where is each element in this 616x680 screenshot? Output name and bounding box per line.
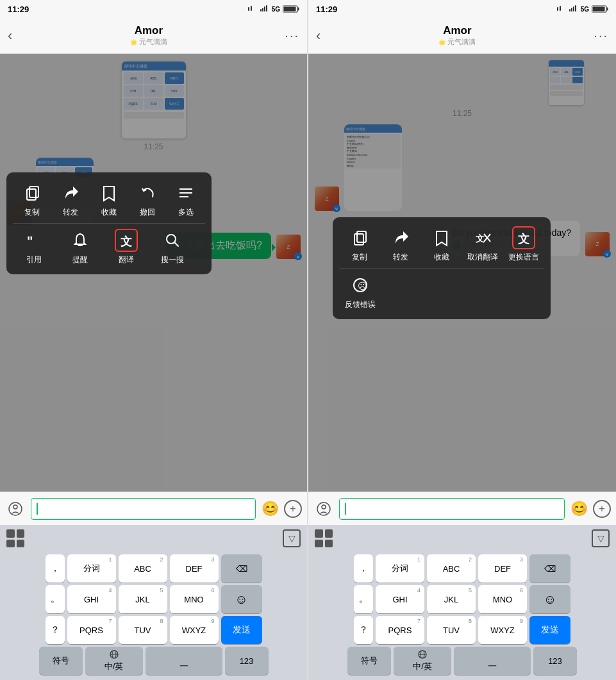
left-header-center: Amor 🌟 元气满满	[130, 24, 167, 47]
right-ctx-change-lang-label: 更换语言	[508, 252, 539, 263]
left-key-del[interactable]: ⌫	[221, 554, 262, 583]
right-kb-row1: ， 1分词 2ABC 3DEF ⌫	[311, 554, 613, 583]
right-text-input[interactable]	[339, 498, 565, 520]
left-back-button[interactable]: ‹	[8, 28, 12, 44]
right-status-bar: 11:29 5G	[308, 0, 616, 18]
search-icon	[161, 229, 184, 252]
right-key-mno[interactable]: 6MNO	[478, 585, 527, 613]
svg-rect-4	[264, 6, 265, 12]
right-key-fenchi[interactable]: 1分词	[376, 554, 424, 583]
right-emoji-button[interactable]: 😊	[570, 500, 588, 518]
right-key-lang[interactable]: 中/英	[394, 647, 451, 675]
left-key-wxyz[interactable]: 9WXYZ	[170, 616, 219, 644]
left-key-tuv[interactable]: 8TUV	[119, 616, 167, 644]
left-text-input[interactable]	[31, 498, 256, 520]
globe-icon	[110, 650, 119, 659]
right-ctx-forward[interactable]: 转发	[383, 226, 418, 263]
left-more-button[interactable]: ···	[285, 28, 299, 43]
left-key-emoji[interactable]: ☺	[221, 585, 262, 613]
left-ctx-multiselect[interactable]: 多选	[169, 181, 203, 218]
right-context-row2: ☹ 反馈错误	[333, 271, 551, 313]
right-voice-button[interactable]	[313, 499, 334, 519]
left-ctx-copy[interactable]: 复制	[15, 181, 49, 218]
left-ctx-undo[interactable]: 撤回	[130, 181, 165, 218]
svg-rect-5	[266, 5, 267, 12]
right-ctx-copy-label: 复制	[352, 252, 367, 263]
right-kb-toolbar-left	[315, 529, 333, 547]
left-ctx-bell-label: 提醒	[72, 254, 88, 265]
right-key-wxyz[interactable]: 9WXYZ	[478, 616, 527, 644]
svg-rect-9	[27, 189, 36, 200]
right-key-tuv[interactable]: 8TUV	[427, 616, 476, 644]
left-ctx-forward[interactable]: 转发	[53, 181, 88, 218]
left-key-123[interactable]: 123	[225, 647, 269, 675]
left-key-def[interactable]: 3DEF	[170, 554, 219, 583]
left-key-space[interactable]: ＿	[146, 647, 222, 675]
right-key-123[interactable]: 123	[533, 647, 577, 675]
left-ctx-copy-label: 复制	[24, 207, 40, 218]
svg-rect-3	[262, 8, 263, 12]
left-key-period[interactable]: 。	[46, 585, 65, 613]
left-key-send[interactable]: 发送	[221, 616, 262, 644]
notification-icon	[247, 5, 258, 13]
left-kb-down-icon[interactable]: ▽	[283, 529, 301, 547]
svg-rect-10	[29, 187, 38, 197]
right-ctx-copy[interactable]: 复制	[342, 226, 377, 263]
right-key-pqrs[interactable]: 7PQRS	[376, 616, 424, 644]
right-key-ghi[interactable]: 4GHI	[376, 585, 424, 613]
right-key-emoji[interactable]: ☺	[529, 585, 570, 613]
left-key-symbol[interactable]: 符号	[39, 647, 83, 675]
left-ctx-bell[interactable]: 提醒	[63, 229, 97, 265]
left-key-ghi[interactable]: 4GHI	[67, 585, 116, 613]
network-label: 5G	[272, 6, 280, 13]
left-ctx-quote[interactable]: " 引用	[17, 229, 51, 265]
right-back-button[interactable]: ‹	[316, 28, 320, 44]
left-kb-row3: ？ 7PQRS 8TUV 9WXYZ 发送	[3, 616, 304, 644]
svg-rect-2	[260, 9, 262, 12]
left-key-abc[interactable]: 2ABC	[119, 554, 167, 583]
left-emoji-button[interactable]: 😊	[261, 500, 279, 518]
svg-text:文: 文	[518, 233, 529, 245]
right-key-comma[interactable]: ，	[354, 554, 373, 583]
right-network-label: 5G	[581, 6, 589, 13]
left-ctx-bookmark[interactable]: 收藏	[92, 181, 126, 218]
right-key-del[interactable]: ⌫	[529, 554, 570, 583]
left-key-comma[interactable]: ，	[46, 554, 65, 583]
right-key-abc[interactable]: 2ABC	[427, 554, 476, 583]
left-ctx-translate[interactable]: 文 翻译	[109, 229, 144, 265]
undo-icon	[136, 181, 159, 204]
right-ctx-cancel-translate[interactable]: 文 取消翻译	[465, 226, 500, 263]
svg-rect-26	[569, 9, 570, 12]
right-kb-down-icon[interactable]: ▽	[592, 529, 610, 547]
right-cancel-translate-icon: 文	[471, 226, 494, 249]
right-battery-icon	[592, 5, 608, 13]
right-key-send[interactable]: 发送	[529, 616, 570, 644]
right-bookmark-icon	[430, 226, 453, 249]
right-key-jkl[interactable]: 5JKL	[427, 585, 476, 613]
left-key-jkl[interactable]: 5JKL	[119, 585, 167, 613]
left-kb-grid-icon[interactable]	[6, 529, 24, 547]
right-key-symbol[interactable]: 符号	[347, 647, 391, 675]
right-kb-grid-icon[interactable]	[315, 529, 333, 547]
left-chat-header: ‹ Amor 🌟 元气满满 ···	[0, 18, 307, 54]
right-cursor	[345, 503, 346, 515]
right-key-question[interactable]: ？	[354, 616, 373, 644]
right-key-def[interactable]: 3DEF	[478, 554, 527, 583]
right-ctx-feedback[interactable]: ☹ 反馈错误	[343, 274, 378, 310]
left-key-question[interactable]: ？	[46, 616, 65, 644]
left-plus-button[interactable]: +	[284, 500, 302, 518]
right-more-button[interactable]: ···	[594, 28, 608, 43]
left-ctx-search[interactable]: 搜一搜	[155, 229, 190, 265]
right-key-period[interactable]: 。	[354, 585, 373, 613]
right-ctx-bookmark[interactable]: 收藏	[424, 226, 459, 263]
right-plus-button[interactable]: +	[593, 500, 611, 518]
left-key-lang[interactable]: 中/英	[85, 647, 143, 675]
left-key-fenchi[interactable]: 1分词	[67, 554, 116, 583]
right-ctx-change-lang[interactable]: 文 更换语言	[506, 226, 541, 263]
left-key-mno[interactable]: 6MNO	[170, 585, 219, 613]
right-voice-icon	[317, 502, 331, 516]
left-voice-button[interactable]	[5, 499, 26, 519]
left-key-pqrs[interactable]: 7PQRS	[67, 616, 116, 644]
right-key-space[interactable]: ＿	[454, 647, 531, 675]
right-header-center: Amor 🌟 元气满满	[438, 24, 476, 47]
